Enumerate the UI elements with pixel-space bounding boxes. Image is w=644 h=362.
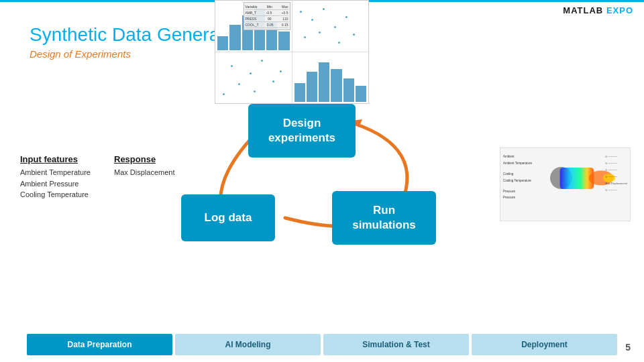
slider-label: ⊙ ───── [605,174,627,180]
dot [254,90,256,93]
node-design: Design experiments [248,104,356,158]
sim-label: PressurePressure [503,188,532,202]
dot [323,8,325,10]
bar [294,83,305,102]
dot [250,72,252,74]
slider-label: Max Displacement [605,180,627,187]
dot [231,65,233,67]
dot [223,93,225,95]
bar [356,86,366,103]
scatter-grid: VariableMinMax AMB_T-0.5+0.5 PRESS90110 … [215,1,368,103]
scatter-cell-bl [215,52,292,103]
svg-rect-4 [560,168,594,189]
sim-labels: AmbientAmbient Temperature CoolingCoolin… [503,154,532,201]
slider-label: ⊙ ───── [605,160,627,167]
dot [311,19,313,21]
dot [319,32,321,34]
scatter-dots-bl [215,52,292,103]
dot [261,60,263,62]
bottom-tabs: Data Preparation AI Modeling Simulation … [27,334,617,355]
sim-label: CoolingCooling Temperature [503,171,532,184]
table-overlay: VariableMinMax AMB_T-0.5+0.5 PRESS90110 … [244,2,290,30]
slider-label: ⊙ ───── [605,154,627,160]
slider-label: ⊙ ───── [605,167,627,174]
dot [300,11,302,13]
expo-text: EXPO [606,5,633,15]
scatter-plot: VariableMinMax AMB_T-0.5+0.5 PRESS90110 … [215,0,369,104]
dot [238,83,240,85]
response-value: Max Displacement [114,167,188,178]
dot [338,42,340,44]
table-row: VariableMinMax [246,4,288,10]
dot [304,36,306,38]
sim-label: AmbientAmbient Temperature [503,154,532,167]
response-title: Response [114,154,188,164]
table-row: AMB_T-0.5+0.5 [246,10,288,16]
scatter-dots-tr [292,1,369,52]
hist-bars-br [292,52,369,103]
bar [229,25,240,51]
bar [217,36,228,50]
simulation-image: AmbientAmbient Temperature CoolingCoolin… [500,147,631,221]
tab-deployment[interactable]: Deployment [472,334,617,355]
page-subtitle: Design of Experiments [30,48,131,60]
bar [343,78,354,102]
dot [353,34,355,36]
feature-3: Cooling Temperature [20,189,154,200]
scatter-cell-br [292,52,369,103]
node-run: Run simulations [332,191,436,245]
bar [319,62,329,103]
scatter-cell-tl: VariableMinMax AMB_T-0.5+0.5 PRESS90110 … [215,1,292,52]
table-row: COOL_T0.050.15 [246,22,288,28]
matlab-text: MATLAB [563,5,603,15]
slider-label: ⊙ ───── [605,187,627,194]
dot [272,80,274,82]
page-number: 5 [625,342,631,353]
bar [307,72,317,103]
table-row: PRESS90110 [246,16,288,22]
dot [280,70,282,72]
response-panel: Response Max Displacement [114,154,188,178]
sim-inner: AmbientAmbient Temperature CoolingCoolin… [500,148,630,221]
scatter-cell-tr [292,1,369,52]
bar [278,32,289,50]
logo: MATLAB EXPO [563,5,633,15]
dot [345,16,347,18]
node-log: Log data [181,194,275,241]
tab-data-preparation[interactable]: Data Preparation [27,334,172,355]
dot [334,26,336,28]
sim-sliders: ⊙ ───── ⊙ ───── ⊙ ───── ⊙ ───── Max Disp… [605,154,627,194]
bar [331,69,341,102]
tab-simulation-test[interactable]: Simulation & Test [323,334,469,355]
feature-2: Ambient Pressure [20,178,154,190]
tab-ai-modeling[interactable]: AI Modeling [175,334,321,355]
